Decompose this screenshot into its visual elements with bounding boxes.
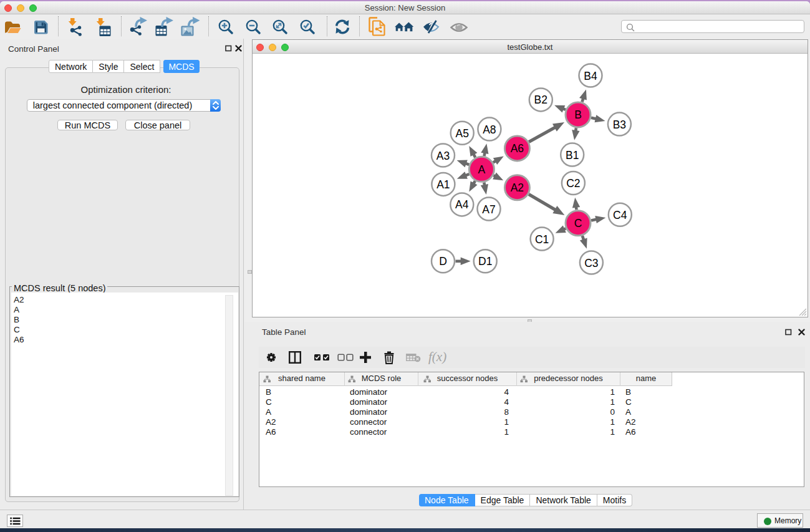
svg-text:B2: B2: [534, 94, 547, 106]
svg-text:C: C: [574, 217, 582, 230]
svg-text:C1: C1: [535, 233, 549, 246]
svg-text:A6: A6: [511, 142, 524, 155]
svg-text:B1: B1: [566, 149, 579, 162]
svg-text:A: A: [478, 163, 486, 176]
svg-text:A7: A7: [482, 203, 495, 216]
svg-text:C2: C2: [566, 177, 580, 190]
svg-text:A4: A4: [455, 198, 469, 211]
svg-text:D1: D1: [478, 255, 492, 268]
svg-text:A5: A5: [455, 127, 468, 140]
svg-text:A3: A3: [436, 150, 450, 162]
svg-text:A1: A1: [436, 178, 450, 191]
svg-text:A2: A2: [511, 181, 524, 194]
svg-text:B3: B3: [613, 118, 626, 131]
svg-text:B4: B4: [584, 70, 597, 82]
svg-text:C4: C4: [613, 209, 627, 221]
svg-text:A8: A8: [483, 123, 496, 136]
svg-text:D: D: [439, 255, 447, 268]
svg-text:B: B: [574, 109, 582, 121]
svg-text:C3: C3: [584, 257, 598, 269]
